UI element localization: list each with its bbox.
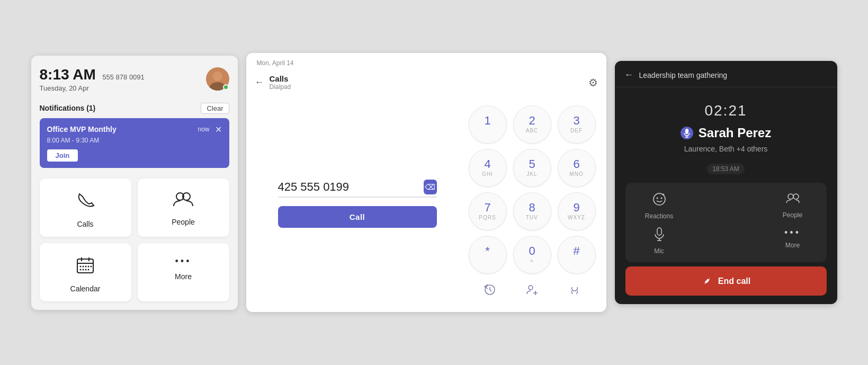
date-display: Tuesday, 20 Apr <box>40 84 145 92</box>
end-call-label: End call <box>718 277 750 286</box>
dial-key-8[interactable]: 8 TUV <box>513 192 551 230</box>
nav-title-sub: Dialpad <box>270 83 291 91</box>
dialer-nav: ← Calls Dialpad ⚙ <box>246 70 606 95</box>
avatar-container[interactable] <box>206 67 229 91</box>
svg-point-19 <box>529 286 533 290</box>
notification-card: Office MVP Monthly now ✕ 8:00 AM - 9:30 … <box>40 118 229 168</box>
caller-others: Laurence, Beth +4 others <box>684 145 768 153</box>
more-dots-icon: ••• <box>175 256 192 267</box>
dial-key-1[interactable]: 1 <box>469 105 507 144</box>
calendar-label: Calendar <box>70 284 101 293</box>
calls-tile[interactable]: Calls <box>40 179 131 237</box>
home-header: 8:13 AM 555 878 0091 Tuesday, 20 Apr <box>40 66 229 92</box>
dial-key-2[interactable]: 2 ABC <box>513 105 551 144</box>
calendar-icon <box>76 256 95 279</box>
mic-indicator <box>681 127 693 139</box>
svg-point-9 <box>80 265 82 267</box>
svg-point-16 <box>85 269 87 270</box>
call-button[interactable]: Call <box>278 206 437 228</box>
end-call-button[interactable]: End call <box>625 266 827 296</box>
call-history-icon[interactable] <box>484 283 496 299</box>
dial-key-6[interactable]: 6 MNO <box>558 149 596 187</box>
more-label: More <box>175 272 192 281</box>
notification-top: Office MVP Monthly now ✕ <box>47 124 222 135</box>
nav-title-main: Calls <box>270 74 291 83</box>
add-contact-icon[interactable] <box>526 283 539 299</box>
dial-key-hash[interactable]: # <box>558 236 596 274</box>
mic-label: Mic <box>654 247 664 255</box>
time-display: 8:13 AM 555 878 0091 <box>40 66 145 83</box>
svg-rect-30 <box>657 228 661 235</box>
notification-time: now <box>198 126 209 133</box>
settings-icon[interactable]: ⚙ <box>588 76 598 89</box>
back-arrow-icon[interactable]: ← <box>255 77 264 88</box>
svg-point-15 <box>83 269 84 270</box>
meeting-title: Leadership team gathering <box>639 71 728 79</box>
svg-point-29 <box>793 194 799 199</box>
end-call-icon <box>697 272 716 290</box>
phone-input-field[interactable] <box>278 180 424 194</box>
backspace-button[interactable]: ⌫ <box>424 180 437 194</box>
caller-name-row: Sarah Perez <box>681 126 771 140</box>
dial-key-5[interactable]: 5 JKL <box>513 149 551 187</box>
svg-point-10 <box>83 265 84 267</box>
mic-active-icon <box>683 128 691 138</box>
notifications-header: Notifications (1) Clear <box>40 103 229 114</box>
notification-close-icon[interactable]: ✕ <box>215 124 222 135</box>
svg-rect-22 <box>685 129 688 134</box>
dialer-content: ⌫ Call 1 2 ABC 3 DEF <box>246 95 606 312</box>
notifications-title: Notifications (1) <box>40 104 96 112</box>
dial-row-1: 1 2 ABC 3 DEF <box>469 105 596 144</box>
dial-key-9[interactable]: 9 WXYZ <box>558 192 596 230</box>
calls-label: Calls <box>77 220 93 228</box>
dial-row-3: 7 PQRS 8 TUV 9 WXYZ <box>469 192 596 230</box>
dial-row-2: 4 GHI 5 JKL 6 MNO <box>469 149 596 187</box>
call-body: 02:21 Sarah Perez Laurence, Beth +4 othe… <box>615 87 837 304</box>
dialer-left: ⌫ Call <box>257 180 458 228</box>
svg-point-17 <box>88 269 90 270</box>
clear-button[interactable]: Clear <box>201 103 229 114</box>
more-tile[interactable]: ••• More <box>138 243 229 301</box>
dial-key-7[interactable]: 7 PQRS <box>469 192 507 230</box>
phone-number: 555 878 0091 <box>102 73 145 81</box>
voicemail-icon[interactable] <box>568 283 581 299</box>
app-grid: Calls People <box>40 179 229 301</box>
more-label: More <box>785 242 800 249</box>
svg-point-12 <box>88 265 90 267</box>
svg-point-13 <box>91 265 92 267</box>
people-control[interactable]: People <box>772 192 814 220</box>
calendar-tile[interactable]: Calendar <box>40 243 131 301</box>
people-label: People <box>783 211 802 219</box>
svg-point-11 <box>85 265 87 267</box>
more-dots-call-icon: ••• <box>784 227 801 238</box>
svg-point-1 <box>213 72 222 81</box>
svg-point-14 <box>80 269 82 270</box>
people-label: People <box>172 218 195 226</box>
notification-title: Office MVP Monthly <box>47 125 117 133</box>
dial-key-4[interactable]: 4 GHI <box>469 149 507 187</box>
dial-key-0[interactable]: 0 + <box>513 236 551 274</box>
call-back-arrow-icon[interactable]: ← <box>624 69 634 81</box>
online-status-dot <box>223 84 229 90</box>
reactions-label: Reactions <box>645 212 673 220</box>
dialer-screen: Mon, April 14 ← Calls Dialpad ⚙ ⌫ Call 1 <box>246 53 606 312</box>
call-header: ← Leadership team gathering <box>615 61 837 87</box>
reactions-control[interactable]: Reactions <box>638 192 681 220</box>
controls-row-2: Mic ••• More <box>638 227 814 255</box>
people-tile[interactable]: People <box>138 179 229 237</box>
dial-key-star[interactable]: * <box>469 236 507 274</box>
caller-name: Sarah Perez <box>699 126 771 140</box>
nav-title-block: Calls Dialpad <box>270 74 291 91</box>
phone-input-row: ⌫ <box>278 180 437 198</box>
more-control[interactable]: ••• More <box>772 227 814 255</box>
mic-control[interactable]: Mic <box>638 227 681 255</box>
screen2-top: Mon, April 14 <box>246 53 606 70</box>
people-icon <box>785 192 800 208</box>
dial-key-3[interactable]: 3 DEF <box>558 105 596 144</box>
dialer-date: Mon, April 14 <box>257 59 596 67</box>
join-button[interactable]: Join <box>47 149 78 162</box>
timestamp-badge: 18:53 AM <box>707 164 745 174</box>
calls-icon <box>76 191 95 215</box>
clock-time: 8:13 AM <box>40 66 96 83</box>
numpad: 1 2 ABC 3 DEF 4 GHI 5 J <box>469 105 596 301</box>
